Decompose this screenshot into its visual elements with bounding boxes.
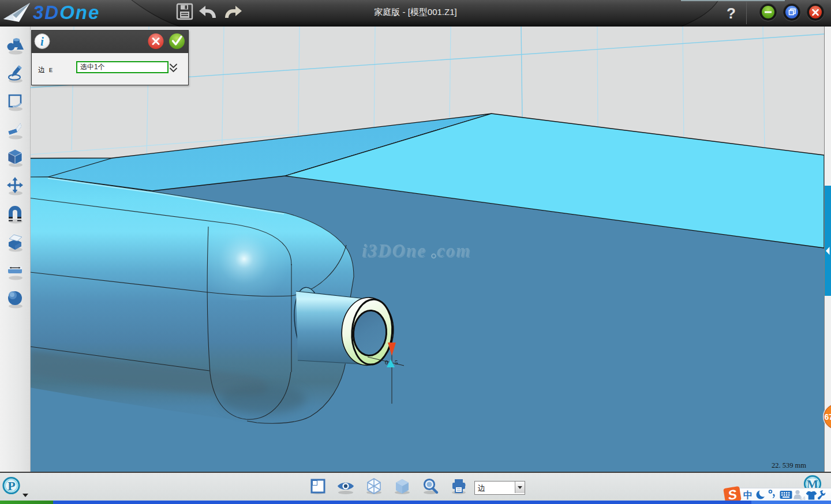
svg-text:67: 67 <box>825 412 831 422</box>
svg-text:0: 0 <box>385 359 388 366</box>
svg-text:i: i <box>40 35 44 48</box>
svg-text:22. 539 mm: 22. 539 mm <box>772 461 806 469</box>
svg-text:5: 5 <box>395 359 398 366</box>
svg-text:com: com <box>438 242 472 262</box>
svg-text:i3DOne: i3DOne <box>363 242 428 262</box>
svg-text:中: 中 <box>743 490 753 500</box>
svg-text:P: P <box>8 479 15 493</box>
